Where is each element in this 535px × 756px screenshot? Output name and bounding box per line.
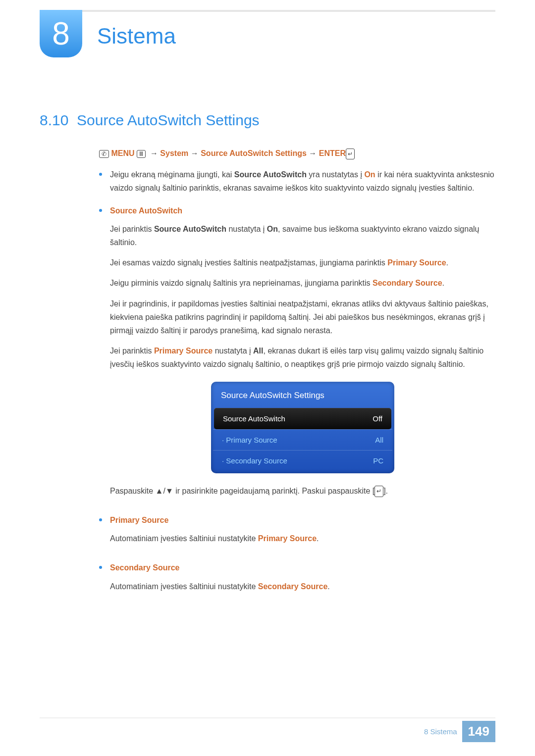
- text-bold: All: [253, 347, 263, 355]
- text: Paspauskite: [110, 487, 156, 495]
- breadcrumb-system: System: [160, 149, 188, 157]
- arrow-icon: →: [150, 149, 158, 157]
- text: ir pasirinkite pageidaujamą parinktį. Pa…: [173, 487, 374, 495]
- text: .: [446, 258, 448, 267]
- text-highlight: Secondary Source: [258, 582, 328, 591]
- bullet-text: Primary Source Automatiniam įvesties šal…: [110, 513, 495, 552]
- chapter-number: 8: [52, 15, 70, 52]
- text: ].: [383, 487, 388, 495]
- enter-icon: ↵: [346, 149, 355, 159]
- text: Jei ir pagrindinis, ir papildomas įvesti…: [110, 300, 488, 335]
- footer-page-number: 149: [462, 721, 495, 742]
- bullet-item: Secondary Source Automatiniam įvesties š…: [99, 561, 495, 600]
- text: nustatyta į: [213, 347, 253, 355]
- osd-row-value: PC: [373, 454, 383, 467]
- breadcrumb-enter: ENTER: [319, 149, 346, 157]
- osd-row-label: · Primary Source: [222, 434, 277, 447]
- bullet-item: Jeigu ekraną mėginama įjungti, kai Sourc…: [99, 168, 495, 195]
- text: yra nustatytas į: [307, 170, 365, 179]
- bullet-dot-icon: [99, 209, 102, 212]
- nav-hint: Paspauskite ▲/▼ ir pasirinkite pageidauj…: [110, 484, 495, 498]
- enter-icon: ↵: [374, 486, 383, 497]
- section: 8.10 Source AutoSwitch Settings ✆ MENU Ⅲ…: [40, 112, 495, 600]
- text: Jei esamas vaizdo signalų įvesties šalti…: [110, 258, 387, 267]
- arrow-icon: →: [191, 149, 199, 157]
- text-highlight: Primary Source: [154, 347, 213, 355]
- text: Jeigu ekraną mėginama įjungti, kai: [110, 170, 234, 179]
- text: .: [442, 279, 444, 287]
- text-bold: Source AutoSwitch: [234, 170, 307, 179]
- menu-icon: Ⅲ: [137, 150, 146, 158]
- remote-icon: ✆: [99, 150, 109, 158]
- bullet-text: Secondary Source Automatiniam įvesties š…: [110, 561, 495, 600]
- footer-rule: [40, 717, 495, 718]
- text: Jei parinktis: [110, 347, 154, 355]
- osd-row-label: Source AutoSwitch: [223, 412, 285, 425]
- osd-panel: Source AutoSwitch Settings Source AutoSw…: [211, 382, 394, 473]
- section-heading: 8.10 Source AutoSwitch Settings: [40, 112, 495, 129]
- text-highlight: On: [364, 170, 375, 179]
- breadcrumb-menu: MENU: [111, 149, 134, 157]
- breadcrumb-sas: Source AutoSwitch Settings: [201, 149, 307, 157]
- osd-row: · Primary Source All: [213, 429, 392, 451]
- content: ✆ MENU Ⅲ → System → Source AutoSwitch Se…: [99, 147, 495, 600]
- text: Jei parinktis: [110, 225, 154, 233]
- text: Automatiniam įvesties šaltiniui nustatyk…: [110, 534, 258, 543]
- bullet-text: Source AutoSwitch Jei parinktis Source A…: [110, 204, 495, 504]
- arrows-icon: ▲/▼: [156, 487, 173, 495]
- bullet-dot-icon: [99, 173, 102, 176]
- footer: 8 Sistema 149: [424, 721, 495, 742]
- text: .: [327, 582, 329, 591]
- section-number: 8.10: [40, 112, 68, 128]
- text-highlight: Primary Source: [387, 258, 446, 267]
- text: nustatyta į: [226, 225, 267, 233]
- bullet-item: Primary Source Automatiniam įvesties šal…: [99, 513, 495, 552]
- secondary-source-title: Secondary Source: [110, 561, 495, 574]
- text-highlight: Secondary Source: [373, 279, 442, 287]
- section-title: Source AutoSwitch Settings: [77, 112, 260, 128]
- osd-row: · Secondary Source PC: [213, 450, 392, 471]
- chapter-tab: 8: [40, 10, 82, 57]
- chapter-title: Sistema: [97, 24, 176, 49]
- text: Automatiniam įvesties šaltiniui nustatyk…: [110, 582, 258, 591]
- bullet-item: Source AutoSwitch Jei parinktis Source A…: [99, 204, 495, 504]
- text-bold: On: [267, 225, 278, 233]
- bullet-dot-icon: [99, 566, 102, 569]
- primary-source-title: Primary Source: [110, 513, 495, 527]
- osd-row-label: · Secondary Source: [222, 454, 287, 467]
- osd-title: Source AutoSwitch Settings: [213, 384, 392, 408]
- chapter-header: 8 Sistema: [40, 12, 495, 57]
- text: Jeigu pirminis vaizdo signalų šaltinis y…: [110, 279, 373, 287]
- text: .: [317, 534, 319, 543]
- osd-row-value: All: [375, 434, 383, 447]
- source-autoswitch-title: Source AutoSwitch: [110, 204, 495, 217]
- osd-row-selected: Source AutoSwitch Off: [214, 408, 391, 429]
- menu-breadcrumb: ✆ MENU Ⅲ → System → Source AutoSwitch Se…: [99, 147, 495, 160]
- arrow-icon: →: [309, 149, 317, 157]
- bullet-dot-icon: [99, 518, 102, 521]
- text-highlight: Primary Source: [258, 534, 317, 543]
- footer-label: 8 Sistema: [424, 727, 457, 736]
- osd-row-value: Off: [373, 412, 382, 425]
- text-bold: Source AutoSwitch: [154, 225, 226, 233]
- bullet-text: Jeigu ekraną mėginama įjungti, kai Sourc…: [110, 168, 495, 195]
